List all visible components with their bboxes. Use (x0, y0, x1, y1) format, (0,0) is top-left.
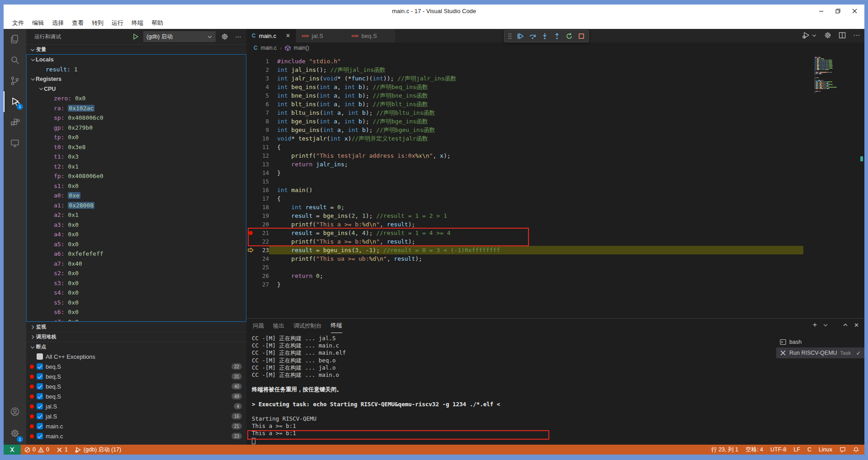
register-row[interactable]: gp: 0x279b0 (27, 123, 246, 133)
debug-session-status[interactable]: (gdb) 启动 (17) (71, 445, 125, 455)
register-row[interactable]: a2: 0x1 (27, 210, 246, 220)
breakpoint-row[interactable]: main.c23 (26, 431, 246, 441)
register-row[interactable]: s2: 0x0 (27, 268, 246, 278)
tab-main.c[interactable]: Cmain.c✕ (246, 29, 296, 42)
breakpoint-checkbox[interactable] (37, 413, 43, 419)
notifications-bell-icon[interactable] (849, 445, 864, 455)
breakpoints-section-header[interactable]: 断点 (26, 342, 246, 352)
line-number[interactable]: 8 (255, 118, 269, 125)
line-number[interactable]: 9 (255, 127, 269, 133)
maximize-panel-icon[interactable] (843, 322, 848, 328)
line-number[interactable]: 22 (255, 238, 269, 245)
register-row[interactable]: sp: 0x408006c0 (27, 113, 246, 123)
explorer-icon[interactable] (4, 29, 26, 50)
os-indicator[interactable]: Linux (815, 445, 836, 455)
code-line[interactable]: 11{ (246, 143, 864, 151)
code-line[interactable]: 27} (246, 280, 864, 289)
code-line[interactable]: 10void* testjalr(int x)//声明并定义testjalr函数 (246, 134, 864, 143)
extensions-icon[interactable] (4, 112, 26, 133)
line-number[interactable]: 5 (255, 92, 269, 99)
breakpoint-checkbox[interactable] (37, 363, 43, 370)
register-row[interactable]: a4: 0x0 (27, 230, 246, 239)
continue-button[interactable] (517, 33, 524, 40)
menu-item[interactable]: 编辑 (28, 18, 48, 28)
register-row[interactable]: s3: 0x0 (27, 278, 246, 288)
terminal-dropdown-icon[interactable] (823, 322, 828, 328)
code-line[interactable]: 15 (246, 177, 864, 186)
step-over-button[interactable] (529, 33, 536, 40)
remote-indicator[interactable] (4, 445, 21, 455)
code-line[interactable]: 1#include "stdio.h" (246, 57, 864, 66)
code-line[interactable]: 4int beq_ins(int a, int b); //声明beq_ins函… (246, 83, 864, 91)
exception-checkbox[interactable] (37, 353, 43, 360)
code-line[interactable]: 17{ (246, 194, 864, 203)
register-row[interactable]: s6: 0x0 (27, 307, 246, 317)
step-out-button[interactable] (553, 33, 561, 40)
register-row[interactable]: s7: 0x0 (27, 317, 246, 322)
breakpoint-row[interactable]: main.c21 (26, 421, 246, 431)
terminal-session-bash[interactable]: bash (776, 337, 864, 347)
register-row[interactable]: t0: 0x3e8 (27, 142, 246, 152)
run-and-debug-icon[interactable]: 1 (4, 91, 26, 112)
register-row[interactable]: zero: 0x0 (27, 94, 246, 103)
code-line[interactable]: 14} (246, 169, 864, 177)
breakpoint-checkbox[interactable] (37, 433, 43, 439)
register-row[interactable]: a5: 0x0 (27, 239, 246, 249)
panel-tab-输出[interactable]: 输出 (273, 319, 284, 333)
breakpoint-row[interactable]: beq.S22 (26, 361, 246, 371)
run-or-debug-button[interactable] (802, 32, 817, 39)
scope-locals[interactable]: Locals (27, 55, 246, 65)
accounts-icon[interactable] (4, 401, 26, 422)
remote-explorer-icon[interactable] (4, 133, 26, 154)
line-number[interactable]: 25 (255, 264, 269, 271)
menu-item[interactable]: 选择 (48, 18, 68, 28)
register-row[interactable]: t2: 0x1 (27, 162, 246, 172)
line-number[interactable]: 14 (255, 169, 269, 176)
callstack-section-header[interactable]: 调用堆栈 (26, 332, 246, 342)
indentation[interactable]: 空格: 4 (742, 445, 767, 455)
more-actions-icon[interactable]: ⋯ (234, 32, 243, 41)
variables-section-header[interactable]: 变量 (26, 44, 246, 54)
line-number[interactable]: 1 (255, 58, 269, 65)
code-line[interactable]: 8int bge_ins(int a, int b); //声明bge_ins函… (246, 117, 864, 126)
restart-button[interactable] (566, 33, 573, 40)
terminal-output[interactable]: CC -[M] 正在构建 ... jal.SCC -[M] 正在构建 ... m… (246, 333, 776, 445)
registers-cpu-group[interactable]: CPU (27, 84, 246, 94)
breakpoint-checkbox[interactable] (37, 383, 43, 390)
line-number[interactable]: 17 (255, 195, 269, 202)
line-number[interactable]: 15 (255, 178, 269, 185)
code-line[interactable]: 24 printf("This ua >= ub:%d\n", result); (246, 254, 864, 263)
line-number[interactable]: 18 (255, 204, 269, 211)
code-editor[interactable]: 1#include "stdio.h"2int jal_ins(); //声明j… (246, 53, 864, 318)
code-line[interactable]: 7int bltu_ins(int a, int b); //声明bltu_in… (246, 108, 864, 117)
feedback-icon[interactable] (836, 445, 849, 455)
breakpoint-row[interactable]: jal.S4 (26, 401, 246, 411)
code-line[interactable]: 21 result = bge_ins(4, 4); //result = 1 … (246, 229, 864, 237)
line-number[interactable]: 10 (255, 135, 269, 142)
breakpoint-row[interactable]: beq.S40 (26, 381, 246, 391)
code-line[interactable]: 18 int result = 0; (246, 203, 864, 211)
breakpoint-row[interactable]: beq.S49 (26, 391, 246, 401)
code-line[interactable]: 23 result = bgeu_ins(3, -1); //result = … (246, 246, 864, 254)
register-row[interactable]: a6: 0xfefefeff (27, 249, 246, 259)
local-variable[interactable]: result: 1 (27, 65, 246, 75)
launch-config-dropdown[interactable]: (gdb) 启动 (143, 31, 216, 42)
line-number[interactable]: 6 (255, 101, 269, 108)
breakpoint-row[interactable]: jal.S16 (26, 411, 246, 421)
panel-tab-终端[interactable]: 终端 (331, 319, 342, 333)
line-number[interactable]: 20 (255, 221, 269, 228)
breakpoint-checkbox[interactable] (37, 423, 43, 429)
gutter-cell[interactable] (246, 248, 255, 253)
code-line[interactable]: 26 return 0; (246, 272, 864, 280)
menu-item[interactable]: 转到 (88, 18, 108, 28)
register-row[interactable]: fp: 0x408006e0 (27, 171, 246, 181)
menu-item[interactable]: 终端 (127, 18, 147, 28)
register-row[interactable]: t1: 0x3 (27, 152, 246, 162)
source-control-icon[interactable] (4, 70, 26, 91)
line-number[interactable]: 13 (255, 161, 269, 168)
eol-sequence[interactable]: LF (790, 445, 804, 455)
breakpoint-checkbox[interactable] (37, 373, 43, 380)
menu-item[interactable]: 查看 (68, 18, 88, 28)
register-row[interactable]: tp: 0x0 (27, 132, 246, 142)
breakpoint-row[interactable]: beq.S31 (26, 371, 246, 381)
